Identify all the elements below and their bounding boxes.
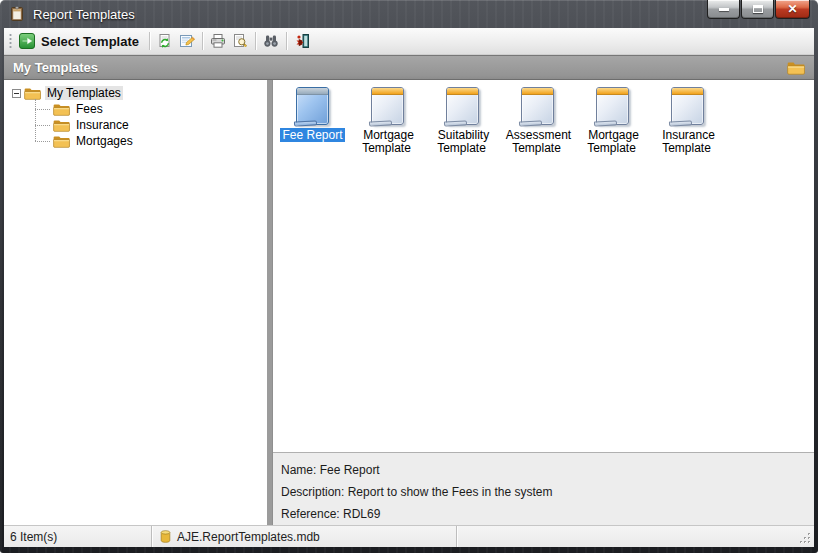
tree-node-label: Insurance [74,118,131,132]
status-database: AJE.ReportTemplates.mdb [152,526,457,547]
find-button[interactable] [260,30,282,52]
detail-name: Name: Fee Report [281,459,814,481]
notepad-template-icon [521,87,554,125]
template-item-label: Assessment Template [502,129,574,155]
toolbar: Select Template [4,28,814,55]
template-item-label: Mortgage Template [577,129,649,155]
tree-root-label: My Templates [45,86,123,100]
notepad-template-icon [446,87,479,125]
exit-door-icon [294,33,310,49]
maximize-button[interactable] [741,0,774,19]
select-template-label: Select Template [41,34,139,49]
template-list-item[interactable]: Insurance Template [650,87,725,155]
close-icon: ✕ [787,3,797,15]
item-count-label: 6 Item(s) [10,530,57,544]
folder-tree[interactable]: My Templates Fees Insurance Mortgages [4,80,267,525]
folder-icon [53,119,70,132]
template-list-item[interactable]: Mortgage Template [350,87,425,155]
folder-icon [53,103,70,116]
group-header-title: My Templates [13,60,98,75]
template-item-label: Suitability Template [427,129,499,155]
select-template-button[interactable]: Select Template [16,30,145,52]
tree-node[interactable]: Fees [35,101,267,117]
green-arrow-icon [19,33,35,49]
template-item-label: Mortgage Template [352,129,424,155]
app-notepad-icon [9,6,25,22]
template-list-item[interactable]: Mortgage Template [575,87,650,155]
template-list-item[interactable]: Fee Report [275,87,350,155]
toolbar-separator [286,32,287,50]
group-header: My Templates [4,55,814,80]
folder-icon [787,61,805,75]
database-file-label: AJE.ReportTemplates.mdb [177,530,320,544]
refresh-button[interactable] [154,30,176,52]
minimize-icon [719,8,729,11]
toolbar-separator [149,32,150,50]
notepad-template-icon [671,87,704,125]
notepad-template-icon [296,87,329,125]
refresh-document-icon [157,33,173,49]
template-list-item[interactable]: Assessment Template [500,87,575,155]
exit-button[interactable] [291,30,313,52]
maximize-icon [753,5,763,13]
collapse-expander-icon[interactable] [12,89,21,98]
tree-node-label: Mortgages [74,134,135,148]
window-title: Report Templates [33,7,135,22]
content: My Templates Fees Insurance Mortgages [4,80,814,525]
window-controls: ✕ [707,0,810,19]
template-list[interactable]: Fee Report Mortgage Template Suitability… [273,80,814,452]
print-preview-button[interactable] [229,30,251,52]
template-list-item[interactable]: Suitability Template [425,87,500,155]
print-button[interactable] [207,30,229,52]
toolbar-grip[interactable] [9,33,12,49]
database-icon [160,530,171,543]
notepad-template-icon [596,87,629,125]
printer-icon [210,33,226,49]
status-spacer [457,526,814,547]
tree-children: Fees Insurance Mortgages [35,101,267,149]
tree-node[interactable]: Mortgages [35,133,267,149]
toolbar-separator [202,32,203,50]
statusbar: 6 Item(s) AJE.ReportTemplates.mdb [4,525,814,547]
titlebar[interactable]: Report Templates ✕ [0,0,818,28]
properties-button[interactable] [176,30,198,52]
toolbar-separator [255,32,256,50]
right-panel: Fee Report Mortgage Template Suitability… [272,80,814,525]
tree-node[interactable]: Insurance [35,117,267,133]
template-item-label: Fee Report [280,129,344,142]
notepad-template-icon [371,87,404,125]
status-item-count: 6 Item(s) [4,526,152,547]
close-button[interactable]: ✕ [775,0,810,19]
minimize-button[interactable] [707,0,740,19]
edit-form-icon [179,33,195,49]
folder-icon [53,135,70,148]
magnifier-document-icon [232,33,248,49]
folder-icon [24,87,41,100]
binoculars-icon [263,33,279,49]
resize-grip[interactable] [799,532,812,545]
detail-reference: Reference: RDL69 [281,503,814,525]
tree-node-label: Fees [74,102,105,116]
window-frame-bottom [0,547,818,553]
tree-node-root[interactable]: My Templates [12,85,267,101]
detail-description: Description: Report to show the Fees in … [281,481,814,503]
details-panel: Name: Fee Report Description: Report to … [273,452,814,525]
template-item-label: Insurance Template [652,129,724,155]
app-window: Report Templates ✕ Select Template [0,0,818,553]
